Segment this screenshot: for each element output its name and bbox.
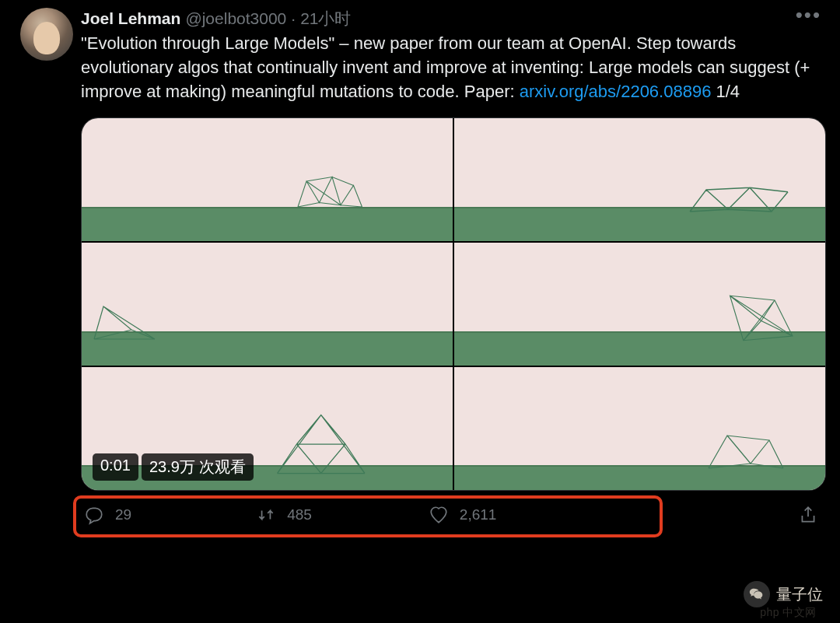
wechat-icon <box>744 581 770 607</box>
actions-row: 29 485 2,611 <box>81 499 826 533</box>
wechat-overlay: 量子位 <box>744 581 823 607</box>
video-badges: 0:01 23.9万 次观看 <box>93 453 254 481</box>
share-icon <box>798 505 818 525</box>
tweet-text-after: 1/4 <box>711 82 740 101</box>
video-frame-grid <box>82 118 825 490</box>
user-handle[interactable]: @joelbot3000 <box>185 8 286 30</box>
frame-1 <box>82 118 453 241</box>
avatar[interactable] <box>20 8 73 61</box>
frame-3 <box>82 243 453 366</box>
frame-2 <box>454 118 825 241</box>
wechat-channel: 量子位 <box>776 584 823 605</box>
video-time-badge: 0:01 <box>93 453 138 481</box>
dot-separator: · <box>291 8 296 30</box>
retweet-count: 485 <box>287 506 312 523</box>
like-button[interactable]: 2,611 <box>429 505 497 525</box>
retweet-button[interactable]: 485 <box>256 505 312 525</box>
video-media[interactable]: 0:01 23.9万 次观看 <box>81 117 826 491</box>
retweet-icon <box>256 505 276 525</box>
timestamp[interactable]: 21小时 <box>300 8 351 30</box>
avatar-column <box>20 8 81 533</box>
paper-link[interactable]: arxiv.org/abs/2206.08896 <box>520 82 712 101</box>
video-views-badge: 23.9万 次观看 <box>142 453 254 481</box>
watermark: php 中文网 <box>760 606 817 620</box>
tweet-header: Joel Lehman @joelbot3000 · 21小时 ••• <box>81 8 826 30</box>
display-name[interactable]: Joel Lehman <box>81 8 180 30</box>
reply-button[interactable]: 29 <box>84 505 131 525</box>
more-icon[interactable]: ••• <box>791 9 826 28</box>
tweet: Joel Lehman @joelbot3000 · 21小时 ••• "Evo… <box>0 0 840 533</box>
tweet-text: "Evolution through Large Models" – new p… <box>81 31 826 103</box>
reply-count: 29 <box>115 506 131 523</box>
heart-icon <box>429 505 449 525</box>
frame-6 <box>454 367 825 490</box>
reply-icon <box>84 505 104 525</box>
like-count: 2,611 <box>460 506 497 523</box>
frame-4 <box>454 243 825 366</box>
share-button[interactable] <box>798 505 818 525</box>
tweet-main: Joel Lehman @joelbot3000 · 21小时 ••• "Evo… <box>81 8 826 533</box>
